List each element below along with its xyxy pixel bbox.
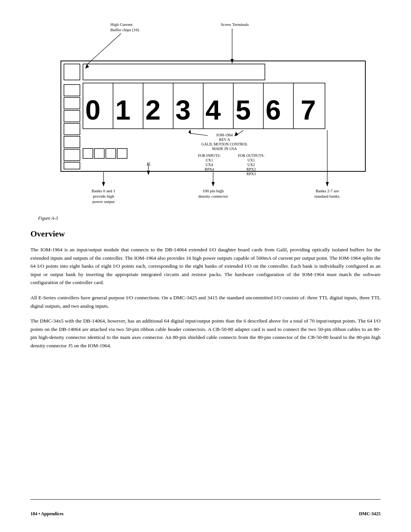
svg-marker-60	[326, 182, 329, 187]
svg-text:FOR OUTPUTS:: FOR OUTPUTS:	[238, 153, 264, 158]
svg-text:7: 7	[301, 95, 316, 125]
svg-text:MADE IN USA: MADE IN USA	[212, 147, 237, 151]
svg-rect-12	[64, 136, 80, 148]
svg-marker-52	[147, 171, 150, 175]
svg-text:Banks 2-7 are: Banks 2-7 are	[315, 189, 339, 193]
svg-text:UX4: UX4	[206, 163, 213, 167]
svg-rect-7	[83, 64, 265, 80]
svg-rect-48	[106, 149, 116, 158]
svg-rect-8	[64, 85, 80, 96]
svg-text:0: 0	[85, 95, 100, 125]
svg-text:3: 3	[175, 95, 191, 125]
overview-paragraph-1: The IOM-1964 is an input/output module t…	[30, 246, 381, 287]
svg-text:4: 4	[206, 95, 221, 125]
svg-marker-2	[85, 64, 89, 69]
svg-rect-14	[64, 162, 80, 169]
svg-line-53	[190, 133, 208, 136]
svg-rect-49	[117, 149, 127, 158]
svg-marker-54	[188, 129, 191, 134]
svg-text:6: 6	[266, 95, 281, 125]
svg-text:RPX2: RPX2	[247, 167, 256, 171]
svg-text:100 pin high: 100 pin high	[202, 189, 224, 193]
svg-text:GALIL MOTION CONTROL: GALIL MOTION CONTROL	[201, 142, 248, 146]
svg-rect-10	[64, 110, 80, 122]
svg-text:power output: power output	[92, 199, 115, 204]
svg-text:RPX3: RPX3	[247, 172, 256, 176]
svg-rect-11	[64, 123, 80, 135]
overview-paragraph-2: All E-Series controllers have general pu…	[30, 294, 381, 310]
screw-terminals-label: Screw Terminals	[221, 22, 249, 27]
overview-paragraph-3: The DMC-34x5 with the DB-14064, however,…	[30, 317, 381, 350]
svg-marker-45	[234, 132, 238, 136]
svg-text:5: 5	[236, 95, 251, 125]
svg-text:RPX4: RPX4	[205, 167, 214, 171]
svg-text:IOM-1964: IOM-1964	[217, 133, 233, 137]
svg-text:Buffer chips (16): Buffer chips (16)	[110, 27, 139, 32]
svg-text:REV A: REV A	[219, 137, 231, 142]
overview-section: Overview The IOM-1964 is an input/output…	[30, 229, 381, 357]
svg-text:1: 1	[115, 95, 131, 125]
svg-rect-9	[64, 97, 80, 109]
footer-left: 184 • Appendices	[30, 511, 64, 517]
svg-marker-56	[102, 182, 105, 187]
footer-right: DMC-3425	[359, 511, 381, 517]
svg-text:density connector: density connector	[198, 194, 228, 198]
overview-title: Overview	[30, 229, 381, 239]
svg-line-1	[87, 34, 121, 65]
svg-text:provide high: provide high	[93, 194, 114, 198]
svg-text:UX1: UX1	[247, 158, 255, 162]
svg-rect-46	[83, 149, 93, 158]
figure-caption: Figure A-3	[38, 216, 381, 221]
svg-text:UX2: UX2	[247, 163, 255, 167]
svg-rect-6	[64, 64, 80, 80]
svg-text:2: 2	[145, 95, 161, 125]
svg-marker-58	[212, 182, 215, 187]
svg-text:Banks 0 and 1: Banks 0 and 1	[92, 189, 116, 193]
svg-rect-13	[64, 149, 80, 161]
page-footer: 184 • Appendices DMC-3425	[30, 499, 381, 517]
svg-text:standard banks.: standard banks.	[314, 194, 341, 198]
svg-text:FOR INPUTS:: FOR INPUTS:	[198, 153, 221, 158]
diagram-container: High Current Buffer chips (16) Screw Ter…	[30, 15, 381, 206]
svg-rect-47	[94, 149, 104, 158]
svg-text:UX1: UX1	[206, 158, 213, 162]
high-current-label: High Current	[110, 22, 132, 27]
